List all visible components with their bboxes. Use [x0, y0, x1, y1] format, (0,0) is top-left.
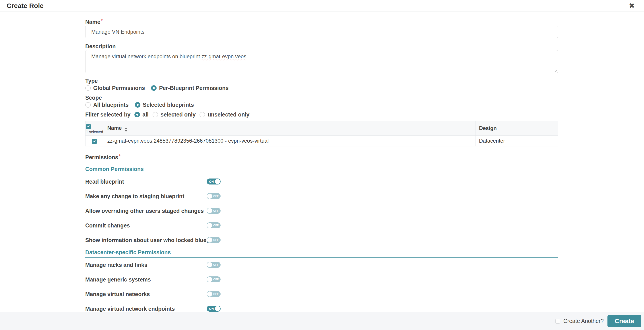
create-another-checkbox[interactable] — [556, 319, 560, 324]
row-checkbox[interactable]: ✔ — [92, 139, 97, 144]
permission-row: Allow overriding other users staged chan… — [85, 208, 558, 214]
create-button[interactable]: Create — [608, 315, 641, 327]
row-name-cell: zz-gmat-evpn.veos.2485377892356-26670813… — [104, 135, 476, 146]
description-textarea[interactable]: Manage virtual network endpoints on blue… — [85, 50, 558, 73]
create-role-form: Name* Description Manage virtual network… — [0, 12, 644, 312]
radio-filter-unselected-only[interactable]: unselected only — [200, 112, 249, 118]
radio-all-blueprints[interactable]: All blueprints — [85, 102, 129, 108]
permission-row: Show information about user who locked b… — [85, 237, 558, 244]
scope-label: Scope — [85, 94, 558, 101]
description-text: Manage virtual network endpoints on blue… — [91, 54, 202, 59]
permission-row: Read blueprint ON — [85, 178, 558, 185]
page-title: Create Role — [7, 2, 44, 10]
type-label: Type — [85, 78, 558, 84]
toggle-knob — [206, 291, 212, 297]
selected-count: 1 selected — [86, 130, 103, 134]
toggle-knob — [214, 178, 220, 184]
radio-per-blueprint-permissions[interactable]: Per-Blueprint Permissions — [151, 85, 228, 91]
scope-radio-group: All blueprints Selected blueprints — [85, 102, 558, 108]
toggle-commit-changes[interactable]: OFF — [206, 222, 220, 228]
blueprint-table: ✔ 1 selected Name Design ✔ zz-gmat-evpn.… — [85, 121, 558, 146]
radio-filter-all[interactable]: all — [134, 112, 148, 118]
permission-row: Manage generic systems OFF — [85, 276, 558, 283]
name-label: Name* — [85, 17, 558, 25]
close-icon[interactable]: ✖ — [629, 2, 635, 9]
radio-icon — [85, 85, 91, 91]
permission-row: Manage racks and links OFF — [85, 262, 558, 268]
required-asterisk: * — [101, 18, 102, 23]
create-another-label: Create Another? — [564, 318, 604, 324]
radio-selected-icon — [135, 102, 140, 108]
toggle-knob — [206, 262, 212, 268]
radio-icon — [85, 102, 91, 108]
filter-label: Filter selected by — [85, 111, 130, 118]
toggle-knob — [206, 237, 212, 243]
toggle-knob — [206, 276, 212, 282]
section-title-common-permissions: Common Permissions — [85, 166, 558, 174]
column-header-name[interactable]: Name — [104, 121, 476, 136]
permission-row: Commit changes OFF — [85, 222, 558, 229]
toggle-show-lock-user-info[interactable]: OFF — [206, 237, 220, 243]
description-misspelled-text: zz-gmat-evpn.veos — [202, 54, 246, 59]
radio-selected-blueprints[interactable]: Selected blueprints — [135, 102, 194, 108]
toggle-knob — [206, 208, 212, 214]
section-title-datacenter-permissions: Datacenter-specific Permissions — [85, 249, 558, 258]
radio-icon — [200, 112, 205, 118]
toggle-manage-virtual-networks[interactable]: OFF — [206, 291, 220, 297]
radio-selected-icon — [151, 85, 156, 91]
permissions-label: Permissions* — [85, 152, 558, 160]
sort-icon[interactable] — [124, 128, 128, 132]
toggle-knob — [206, 222, 212, 228]
toggle-make-any-change-to-staging-blueprint[interactable]: OFF — [206, 193, 220, 199]
row-checkbox-cell: ✔ — [86, 135, 104, 146]
table-row: ✔ zz-gmat-evpn.veos.2485377892356-266708… — [86, 135, 558, 146]
radio-icon — [152, 112, 158, 118]
description-label: Description — [85, 43, 558, 50]
modal-footer: Create Another? Create — [0, 312, 644, 330]
required-asterisk: * — [119, 154, 120, 158]
permission-row: Manage virtual network endpoints ON — [85, 306, 558, 312]
modal-header: Create Role ✖ — [0, 0, 644, 12]
row-design-cell: Datacenter — [476, 135, 558, 146]
toggle-read-blueprint[interactable]: ON — [206, 178, 220, 184]
radio-selected-icon — [134, 112, 140, 118]
toggle-manage-virtual-network-endpoints[interactable]: ON — [206, 306, 220, 312]
select-all-header: ✔ 1 selected — [86, 121, 104, 136]
toggle-manage-racks-and-links[interactable]: OFF — [206, 262, 220, 268]
radio-global-permissions[interactable]: Global Permissions — [85, 85, 145, 91]
radio-filter-selected-only[interactable]: selected only — [152, 112, 196, 118]
name-input[interactable] — [85, 26, 558, 38]
toggle-knob — [214, 306, 220, 312]
toggle-knob — [206, 193, 212, 199]
select-all-checkbox[interactable]: ✔ — [86, 124, 91, 129]
toggle-allow-overriding-staged-changes[interactable]: OFF — [206, 208, 220, 214]
table-header-row: ✔ 1 selected Name Design — [86, 121, 558, 136]
type-radio-group: Global Permissions Per-Blueprint Permiss… — [85, 84, 558, 91]
resize-handle-icon[interactable] — [554, 69, 557, 72]
column-header-design: Design — [476, 121, 558, 136]
create-another-option[interactable]: Create Another? — [556, 318, 604, 324]
permission-row: Make any change to staging blueprint OFF — [85, 193, 558, 200]
permission-row: Manage virtual networks OFF — [85, 291, 558, 298]
toggle-manage-generic-systems[interactable]: OFF — [206, 276, 220, 282]
filter-radio-group: Filter selected by all selected only uns… — [85, 111, 558, 118]
